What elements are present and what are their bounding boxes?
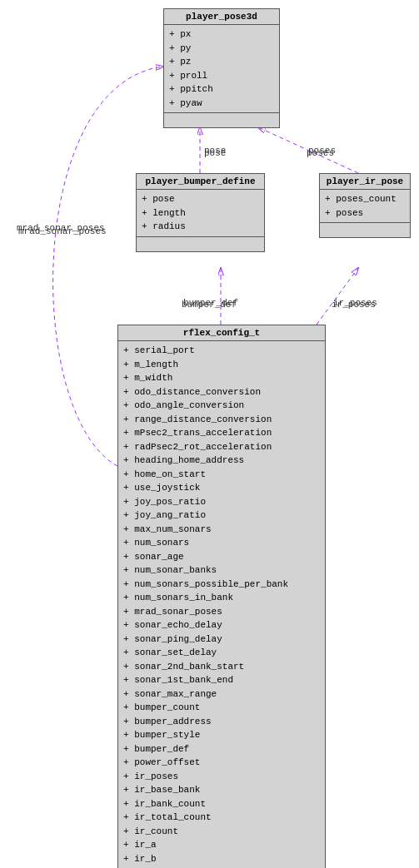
field-ir-bank-count: + ir_bank_count	[123, 797, 320, 811]
player-pose3d-body: + px + py + pz + proll + ppitch + pyaw	[164, 25, 279, 112]
field-max-num-sonars: + max_num_sonars	[123, 523, 320, 537]
field-proll: + proll	[169, 69, 274, 83]
field-py: + py	[169, 42, 274, 56]
field-m-width: + m_width	[123, 371, 320, 385]
field-pose: + pose	[142, 192, 259, 206]
field-sonar-max-range: + sonar_max_range	[123, 687, 320, 702]
field-pz: + pz	[169, 55, 274, 69]
field-ir-total-count: + ir_total_count	[123, 811, 320, 825]
field-bumper-address: + bumper_address	[123, 715, 320, 729]
field-range-distance-conversion: + range_distance_conversion	[123, 413, 320, 427]
field-bumper-style: + bumper_style	[123, 728, 320, 742]
mrad-sonar-poses-label: mrad_sonar_poses	[17, 223, 105, 233]
field-ir-base-bank: + ir_base_bank	[123, 783, 320, 797]
svg-line-5	[317, 268, 358, 325]
field-ir-b: + ir_b	[123, 852, 320, 866]
field-odo-angle-conversion: + odo_angle_conversion	[123, 399, 320, 413]
field-power-offset: + power_offset	[123, 756, 320, 770]
player-bumper-define-title: player_bumper_define	[137, 174, 264, 190]
field-num-sonar-banks: + num_sonar_banks	[123, 563, 320, 578]
poses-label: poses	[307, 148, 334, 158]
player-ir-pose-body: + poses_count + poses	[320, 190, 410, 222]
rflex-config-t-title: rflex_config_t	[118, 325, 325, 341]
field-m-length: + m_length	[123, 358, 320, 372]
player-pose3d-title: player_pose3d	[164, 9, 279, 25]
field-ir-a: + ir_a	[123, 838, 320, 852]
field-radius: + radius	[142, 220, 259, 234]
field-poses-count: + poses_count	[325, 192, 405, 206]
field-mrad-sonar-poses: + mrad_sonar_poses	[123, 605, 320, 619]
field-px: + px	[169, 27, 274, 42]
field-poses: + poses	[325, 206, 405, 221]
field-sonar-ping-delay: + sonar_ping_delay	[123, 632, 320, 647]
field-bumper-count: + bumper_count	[123, 701, 320, 715]
diagram-container: pose poses bumper_def ir_poses mrad_sona…	[0, 0, 419, 868]
field-length: + length	[142, 206, 259, 221]
player-ir-pose-title: player_ir_pose	[320, 174, 410, 190]
field-num-sonars-in-bank: + num_sonars_in_bank	[123, 591, 320, 605]
player-bumper-define-box: player_bumper_define + pose + length + r…	[136, 173, 265, 252]
player-bumper-define-footer	[137, 236, 264, 251]
field-use-joystick: + use_joystick	[123, 481, 320, 495]
player-ir-pose-box: player_ir_pose + poses_count + poses	[319, 173, 411, 238]
player-pose3d-box: player_pose3d + px + py + pz + proll + p…	[163, 8, 280, 128]
rflex-config-t-body: + serial_port + m_length + m_width + odo…	[118, 341, 325, 868]
field-sonar-1st-bank-end: + sonar_1st_bank_end	[123, 673, 320, 687]
field-sonar-2nd-bank-start: + sonar_2nd_bank_start	[123, 660, 320, 674]
field-bumper-def: + bumper_def	[123, 742, 320, 756]
field-heading-home-address: + heading_home_address	[123, 454, 320, 468]
field-num-sonars: + num_sonars	[123, 536, 320, 550]
field-joy-pos-ratio: + joy_pos_ratio	[123, 495, 320, 509]
field-ir-poses: + ir_poses	[123, 770, 320, 784]
field-home-on-start: + home_on_start	[123, 468, 320, 482]
field-radpsec2-rot-acceleration: + radPsec2_rot_acceleration	[123, 440, 320, 454]
pose-label: pose	[204, 148, 226, 158]
player-ir-pose-footer	[320, 222, 410, 237]
field-sonar-echo-delay: + sonar_echo_delay	[123, 618, 320, 632]
field-odo-distance-conversion: + odo_distance_conversion	[123, 385, 320, 399]
player-bumper-define-body: + pose + length + radius	[137, 190, 264, 236]
field-sonar-age: + sonar_age	[123, 550, 320, 564]
bumper-def-label: bumper_def	[182, 300, 237, 310]
rflex-config-t-box: rflex_config_t + serial_port + m_length …	[117, 325, 326, 868]
field-serial-port: + serial_port	[123, 344, 320, 358]
field-num-sonars-possible-per-bank: + num_sonars_possible_per_bank	[123, 578, 320, 592]
field-joy-ang-ratio: + joy_ang_ratio	[123, 508, 320, 523]
player-pose3d-footer	[164, 112, 279, 127]
field-ppitch: + ppitch	[169, 82, 274, 97]
field-mpsec2-trans-acceleration: + mPsec2_trans_acceleration	[123, 426, 320, 440]
field-sonar-set-delay: + sonar_set_delay	[123, 646, 320, 660]
field-ir-count: + ir_count	[123, 825, 320, 839]
field-pyaw: + pyaw	[169, 97, 274, 111]
ir-poses-label: ir_poses	[332, 300, 376, 310]
